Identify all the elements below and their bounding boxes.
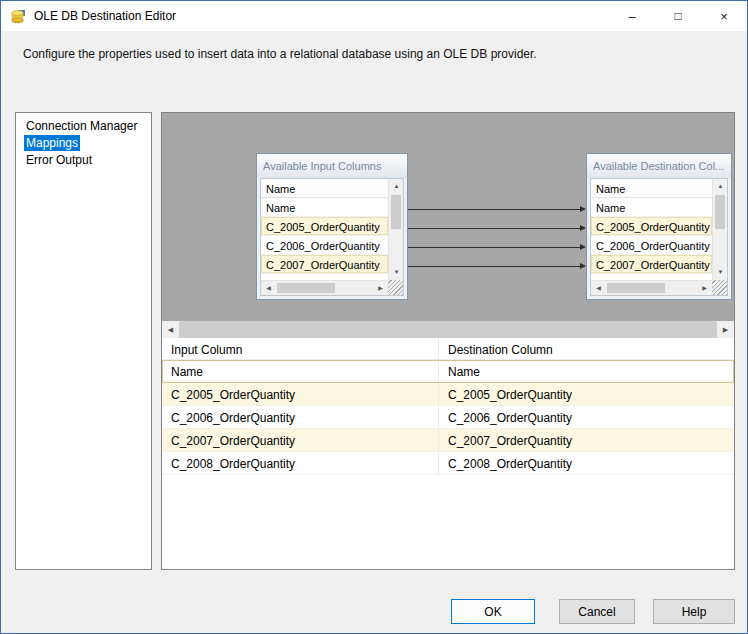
mapping-connector[interactable] <box>408 209 580 210</box>
dialog-description: Configure the properties used to insert … <box>23 47 537 61</box>
destination-column-row[interactable]: C_2007_OrderQuantity <box>591 255 712 274</box>
input-column-row[interactable]: C_2005_OrderQuantity <box>261 217 388 236</box>
scroll-left-icon[interactable]: ◀ <box>591 281 606 296</box>
scroll-up-icon[interactable]: ▲ <box>389 179 404 194</box>
scroll-right-icon[interactable]: ▶ <box>697 281 712 296</box>
pages-list: Connection Manager Mappings Error Output <box>15 112 152 570</box>
input-columns-grid: Name Name C_2005_OrderQuantity C_2006_Or… <box>260 178 404 296</box>
mapping-connector[interactable] <box>408 266 580 267</box>
mappings-panel: Available Input Columns Name Name C_2005… <box>161 112 735 570</box>
input-horizontal-scrollbar[interactable]: ◀ ▶ <box>261 280 388 295</box>
mapping-row[interactable]: C_2007_OrderQuantity C_2007_OrderQuantit… <box>162 429 734 452</box>
available-input-columns-box[interactable]: Available Input Columns Name Name C_2005… <box>256 153 408 300</box>
diagram-horizontal-scrollbar[interactable]: ◀ ▶ <box>162 321 734 338</box>
scroll-up-icon[interactable]: ▲ <box>713 179 728 194</box>
window-controls: – □ × <box>609 1 747 31</box>
scrollbar-thumb[interactable] <box>179 321 717 338</box>
destination-column-row[interactable]: C_2005_OrderQuantity <box>591 217 712 236</box>
available-destination-columns-box[interactable]: Available Destination Col... Name Name C… <box>586 153 732 300</box>
mapping-row[interactable]: C_2005_OrderQuantity C_2005_OrderQuantit… <box>162 383 734 406</box>
destination-column-row[interactable]: Name <box>591 198 712 217</box>
mapping-diagram: Available Input Columns Name Name C_2005… <box>162 113 734 321</box>
close-icon[interactable]: × <box>701 1 747 31</box>
cancel-button[interactable]: Cancel <box>559 599 635 624</box>
destination-grid-header: Name <box>591 179 712 198</box>
scrollbar-thumb[interactable] <box>277 283 335 293</box>
destination-column-cell[interactable]: C_2008_OrderQuantity <box>438 452 734 474</box>
input-vertical-scrollbar[interactable]: ▲ ▼ <box>388 179 403 280</box>
resize-grip-icon[interactable] <box>712 280 727 295</box>
scroll-right-icon[interactable]: ▶ <box>717 321 734 338</box>
sidebar-item-error-output[interactable]: Error Output <box>16 152 151 169</box>
scroll-down-icon[interactable]: ▼ <box>389 265 404 280</box>
mapping-connector[interactable] <box>408 247 580 248</box>
input-column-cell[interactable]: C_2007_OrderQuantity <box>162 429 438 451</box>
sidebar-item-label: Error Output <box>24 152 94 168</box>
title-bar: OLE DB Destination Editor – □ × <box>1 1 747 32</box>
scrollbar-thumb[interactable] <box>607 283 665 293</box>
input-column-row[interactable]: C_2006_OrderQuantity <box>261 236 388 255</box>
scrollbar-thumb[interactable] <box>391 195 401 229</box>
sidebar-item-mappings[interactable]: Mappings <box>16 135 151 152</box>
destination-columns-grid: Name Name C_2005_OrderQuantity C_2006_Or… <box>590 178 728 296</box>
help-button[interactable]: Help <box>653 599 735 624</box>
destination-horizontal-scrollbar[interactable]: ◀ ▶ <box>591 280 712 295</box>
mapping-table: Input Column Destination Column Name Nam… <box>162 338 734 569</box>
input-box-title: Available Input Columns <box>257 154 407 178</box>
destination-column-row[interactable]: C_2006_OrderQuantity <box>591 236 712 255</box>
maximize-icon[interactable]: □ <box>655 1 701 31</box>
destination-column-cell[interactable]: C_2006_OrderQuantity <box>438 406 734 428</box>
destination-column-cell[interactable]: C_2007_OrderQuantity <box>438 429 734 451</box>
input-column-row[interactable]: C_2007_OrderQuantity <box>261 255 388 274</box>
mapping-row[interactable]: C_2008_OrderQuantity C_2008_OrderQuantit… <box>162 452 734 475</box>
mapping-table-header: Input Column Destination Column <box>162 338 734 360</box>
sidebar-item-label: Mappings <box>24 135 80 151</box>
destination-column-cell[interactable]: Name <box>438 360 734 382</box>
input-column-row[interactable]: Name <box>261 198 388 217</box>
input-column-cell[interactable]: C_2008_OrderQuantity <box>162 452 438 474</box>
input-column-cell[interactable]: Name <box>162 360 438 382</box>
ok-button[interactable]: OK <box>451 599 535 624</box>
mapping-row[interactable]: Name Name <box>162 360 734 383</box>
destination-box-title: Available Destination Col... <box>587 154 731 178</box>
scroll-down-icon[interactable]: ▼ <box>713 265 728 280</box>
destination-column-header: Destination Column <box>438 338 734 359</box>
input-grid-header: Name <box>261 179 388 198</box>
scroll-right-icon[interactable]: ▶ <box>373 281 388 296</box>
resize-grip-icon[interactable] <box>388 280 403 295</box>
input-column-cell[interactable]: C_2006_OrderQuantity <box>162 406 438 428</box>
window-icon <box>10 8 26 24</box>
input-grid-rows: Name C_2005_OrderQuantity C_2006_OrderQu… <box>261 198 388 280</box>
scroll-left-icon[interactable]: ◀ <box>261 281 276 296</box>
window-title: OLE DB Destination Editor <box>34 9 176 23</box>
input-column-header: Input Column <box>162 338 438 359</box>
ole-db-destination-editor-dialog: OLE DB Destination Editor – □ × Configur… <box>0 0 748 634</box>
scrollbar-thumb[interactable] <box>715 195 725 229</box>
mapping-connector[interactable] <box>408 228 580 229</box>
input-column-cell[interactable]: C_2005_OrderQuantity <box>162 383 438 405</box>
mapping-row[interactable]: C_2006_OrderQuantity C_2006_OrderQuantit… <box>162 406 734 429</box>
sidebar-item-label: Connection Manager <box>24 118 139 134</box>
scroll-left-icon[interactable]: ◀ <box>162 321 179 338</box>
destination-column-cell[interactable]: C_2005_OrderQuantity <box>438 383 734 405</box>
destination-grid-rows: Name C_2005_OrderQuantity C_2006_OrderQu… <box>591 198 712 280</box>
minimize-icon[interactable]: – <box>609 1 655 31</box>
destination-vertical-scrollbar[interactable]: ▲ ▼ <box>712 179 727 280</box>
sidebar-item-connection-manager[interactable]: Connection Manager <box>16 118 151 135</box>
